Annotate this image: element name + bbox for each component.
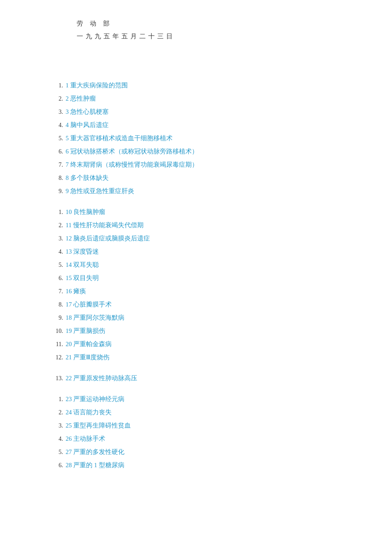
item-number: 5. bbox=[51, 133, 63, 145]
item-number: 4. bbox=[51, 246, 63, 258]
item-number: 8. bbox=[51, 172, 63, 184]
list-item: 4.13 深度昏迷 bbox=[51, 246, 358, 258]
item-number: 5. bbox=[51, 446, 63, 458]
toc-section: 1.1 重大疾病保险的范围2.2 恶性肿瘤3.3 急性心肌梗塞4.4 脑中风后遗… bbox=[51, 79, 358, 471]
toc-list: 1.1 重大疾病保险的范围2.2 恶性肿瘤3.3 急性心肌梗塞4.4 脑中风后遗… bbox=[51, 79, 358, 471]
toc-link-6[interactable]: 6 冠状动脉搭桥术（或称冠状动脉旁路移植术） bbox=[66, 145, 198, 158]
toc-link-22[interactable]: 22 严重原发性肺动脉高压 bbox=[66, 372, 137, 384]
header-line2: 一九九五年五月二十三日 bbox=[77, 30, 358, 43]
toc-link-3[interactable]: 3 急性心肌梗塞 bbox=[66, 106, 109, 118]
list-item: 3.3 急性心肌梗塞 bbox=[51, 106, 358, 118]
toc-link-8[interactable]: 8 多个肢体缺失 bbox=[66, 172, 109, 184]
item-number: 3. bbox=[51, 233, 63, 245]
item-number: 2. bbox=[51, 407, 63, 419]
toc-link-25[interactable]: 25 重型再生障碍性贫血 bbox=[66, 419, 131, 432]
toc-link-1[interactable]: 1 重大疾病保险的范围 bbox=[66, 79, 128, 92]
toc-link-7[interactable]: 7 终末期肾病（或称慢性肾功能衰竭尿毒症期） bbox=[66, 159, 198, 171]
list-item: 4.4 脑中风后遗症 bbox=[51, 119, 358, 131]
item-number: 4. bbox=[51, 433, 63, 445]
list-item: 2.24 语言能力丧失 bbox=[51, 406, 358, 419]
list-item: 1.1 重大疾病保险的范围 bbox=[51, 79, 358, 92]
header-line1: 劳 动 部 bbox=[77, 17, 358, 30]
list-item: 6.15 双目失明 bbox=[51, 272, 358, 284]
item-number: 1. bbox=[51, 206, 63, 218]
item-number: 12. bbox=[51, 352, 63, 364]
toc-link-23[interactable]: 23 严重运动神经元病 bbox=[66, 393, 124, 405]
toc-link-17[interactable]: 17 心脏瓣膜手术 bbox=[66, 298, 112, 311]
list-item: 12.21 严重Ⅲ度烧伤 bbox=[51, 351, 358, 364]
list-item: 10.19 严重脑损伤 bbox=[51, 325, 358, 337]
toc-link-5[interactable]: 5 重大器官移植术或造血干细胞移植术 bbox=[66, 132, 173, 145]
list-item: 11.20 严重帕金森病 bbox=[51, 338, 358, 350]
toc-link-21[interactable]: 21 严重Ⅲ度烧伤 bbox=[66, 351, 110, 364]
toc-link-12[interactable]: 12 脑炎后遗症或脑膜炎后遗症 bbox=[66, 232, 150, 245]
item-number: 2. bbox=[51, 93, 63, 105]
list-item: 5.14 双耳失聪 bbox=[51, 259, 358, 271]
toc-link-15[interactable]: 15 双目失明 bbox=[66, 272, 99, 284]
toc-link-9[interactable]: 9 急性或亚急性重症肝炎 bbox=[66, 185, 134, 197]
toc-link-26[interactable]: 26 主动脉手术 bbox=[66, 433, 105, 445]
item-number: 11. bbox=[51, 338, 63, 350]
item-number: 9. bbox=[51, 185, 63, 197]
toc-link-16[interactable]: 16 瘫痪 bbox=[66, 285, 86, 298]
spacer bbox=[51, 364, 358, 372]
item-number: 1. bbox=[51, 393, 63, 405]
list-item: 6.28 严重的 1 型糖尿病 bbox=[51, 459, 358, 471]
list-item: 2.2 恶性肿瘤 bbox=[51, 92, 358, 105]
item-number: 9. bbox=[51, 312, 63, 324]
toc-link-4[interactable]: 4 脑中风后遗症 bbox=[66, 119, 109, 131]
toc-link-18[interactable]: 18 严重阿尔茨海默病 bbox=[66, 312, 124, 324]
list-item: 3.25 重型再生障碍性贫血 bbox=[51, 419, 358, 432]
list-item: 9.9 急性或亚急性重症肝炎 bbox=[51, 185, 358, 197]
item-number: 6. bbox=[51, 146, 63, 158]
list-item: 8.17 心脏瓣膜手术 bbox=[51, 298, 358, 311]
list-item: 1.23 严重运动神经元病 bbox=[51, 393, 358, 405]
header-section: 劳 动 部 一九九五年五月二十三日 bbox=[51, 17, 358, 43]
toc-link-14[interactable]: 14 双耳失聪 bbox=[66, 259, 99, 271]
item-number: 7. bbox=[51, 159, 63, 171]
list-item: 9.18 严重阿尔茨海默病 bbox=[51, 312, 358, 324]
item-number: 4. bbox=[51, 119, 63, 131]
item-number: 6. bbox=[51, 460, 63, 471]
toc-link-13[interactable]: 13 深度昏迷 bbox=[66, 246, 99, 258]
item-number: 1. bbox=[51, 80, 63, 92]
toc-link-20[interactable]: 20 严重帕金森病 bbox=[66, 338, 112, 350]
item-number: 10. bbox=[51, 325, 63, 337]
list-item: 6.6 冠状动脉搭桥术（或称冠状动脉旁路移植术） bbox=[51, 145, 358, 158]
list-item: 7.16 瘫痪 bbox=[51, 285, 358, 298]
item-number: 2. bbox=[51, 220, 63, 231]
list-item: 7.7 终末期肾病（或称慢性肾功能衰竭尿毒症期） bbox=[51, 159, 358, 171]
list-item: 5.5 重大器官移植术或造血干细胞移植术 bbox=[51, 132, 358, 145]
item-number: 8. bbox=[51, 299, 63, 311]
list-item: 1.10 良性脑肿瘤 bbox=[51, 206, 358, 218]
toc-link-19[interactable]: 19 严重脑损伤 bbox=[66, 325, 105, 337]
item-number: 7. bbox=[51, 286, 63, 298]
item-number: 3. bbox=[51, 420, 63, 432]
toc-link-10[interactable]: 10 良性脑肿瘤 bbox=[66, 206, 105, 218]
toc-link-11[interactable]: 11 慢性肝功能衰竭失代偿期 bbox=[66, 219, 144, 231]
toc-link-28[interactable]: 28 严重的 1 型糖尿病 bbox=[66, 459, 124, 471]
list-item: 8.8 多个肢体缺失 bbox=[51, 172, 358, 184]
list-item: 3.12 脑炎后遗症或脑膜炎后遗症 bbox=[51, 232, 358, 245]
list-item: 2.11 慢性肝功能衰竭失代偿期 bbox=[51, 219, 358, 231]
list-item: 5.27 严重的多发性硬化 bbox=[51, 446, 358, 458]
toc-link-24[interactable]: 24 语言能力丧失 bbox=[66, 406, 112, 419]
list-item: 13.22 严重原发性肺动脉高压 bbox=[51, 372, 358, 384]
list-item: 4.26 主动脉手术 bbox=[51, 433, 358, 445]
spacer bbox=[51, 198, 358, 206]
item-number: 13. bbox=[51, 373, 63, 384]
toc-link-2[interactable]: 2 恶性肿瘤 bbox=[66, 92, 96, 105]
spacer bbox=[51, 385, 358, 393]
item-number: 3. bbox=[51, 106, 63, 118]
toc-link-27[interactable]: 27 严重的多发性硬化 bbox=[66, 446, 124, 458]
item-number: 6. bbox=[51, 272, 63, 284]
item-number: 5. bbox=[51, 259, 63, 271]
